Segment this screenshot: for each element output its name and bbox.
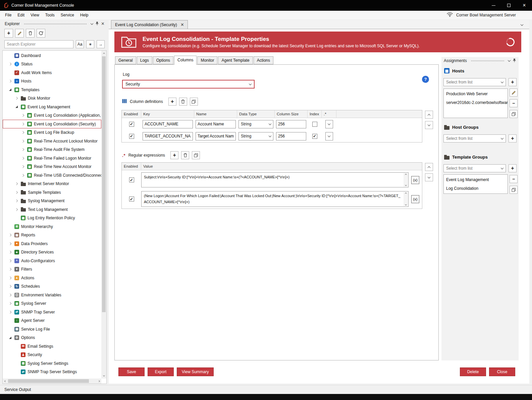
- expand-arrow-icon[interactable]: [20, 174, 25, 176]
- column-enabled-checkbox[interactable]: ✓: [129, 134, 134, 139]
- tree-item-syslog-server-settings[interactable]: ▣Syslog Server Settings: [3, 359, 101, 368]
- wildcard-button[interactable]: ∗: [86, 40, 94, 48]
- tree-item-status[interactable]: iStatus: [3, 60, 101, 69]
- tree-item-event-log-file-backup[interactable]: ▣Event Log File Backup: [3, 128, 101, 137]
- expand-arrow-icon[interactable]: [20, 157, 25, 159]
- expand-arrow-icon[interactable]: [8, 302, 12, 304]
- expand-arrow-icon[interactable]: [8, 243, 12, 245]
- regex-value-box[interactable]: Subject:\r\n\s+Security ID:[^\r\n]+\r\n\…: [141, 172, 409, 187]
- tree-item-syslog-server[interactable]: ▣Syslog Server: [3, 299, 101, 308]
- tree-item-real-time-usb-connected-disconnecte[interactable]: ▣Real-Time USB Connected/Disconnecte: [3, 171, 101, 180]
- template-group-list-item[interactable]: Log Consolidation: [444, 184, 508, 193]
- vertical-scroll-thumb[interactable]: [102, 56, 106, 312]
- scroll-down-arrow[interactable]: [101, 374, 106, 379]
- hosts-select[interactable]: Select from list: [443, 78, 506, 86]
- copy-column-button[interactable]: [190, 98, 198, 106]
- add-column-button[interactable]: [168, 98, 176, 106]
- menu-edit[interactable]: Edit: [14, 11, 28, 19]
- tree-item-audit-work-items[interactable]: ✓Audit Work Items: [3, 68, 101, 77]
- expand-arrow-icon[interactable]: [8, 268, 12, 270]
- move-up-button[interactable]: [425, 111, 433, 119]
- tree-item-monitor-hierarchy[interactable]: ⊞Monitor Hierarchy: [3, 222, 101, 231]
- maximize-button[interactable]: [501, 0, 517, 11]
- column-size-input[interactable]: [276, 120, 306, 128]
- tree-item-event-log-management[interactable]: ▣Event Log Management: [3, 103, 101, 111]
- tree-item-directory-services[interactable]: ♣Directory Services: [3, 248, 101, 257]
- host-list-item[interactable]: server2016dc-2.cornerbowlsoftware: [444, 98, 508, 107]
- column-index-checkbox[interactable]: [312, 122, 317, 127]
- column-name-input[interactable]: [196, 132, 236, 140]
- tree-item-syslog-management[interactable]: Syslog Management: [3, 197, 101, 206]
- tab-actions[interactable]: Actions: [254, 56, 273, 64]
- tree-horizontal-scrollbar[interactable]: [3, 379, 101, 384]
- regex-enabled-checkbox[interactable]: ✓: [129, 177, 134, 182]
- tree-item-hosts[interactable]: ≡Hosts: [3, 77, 101, 86]
- edit-button[interactable]: [15, 29, 24, 38]
- expand-arrow-icon[interactable]: [20, 149, 25, 151]
- delete-regex-button[interactable]: [181, 151, 189, 159]
- column-key-input[interactable]: [143, 120, 193, 128]
- tree-item-templates[interactable]: ▣Templates: [3, 85, 101, 94]
- view-summary-button[interactable]: View Summary: [177, 367, 214, 376]
- column-options-dropdown-button[interactable]: [325, 120, 333, 128]
- add-button[interactable]: [4, 29, 13, 38]
- panel-options-chevron-icon[interactable]: [508, 59, 511, 61]
- expand-arrow-icon[interactable]: [14, 200, 19, 202]
- help-icon[interactable]: ?: [422, 76, 429, 83]
- tree-item-real-time-account-lockout-monitor[interactable]: ▣Real-Time Account Lockout Monitor: [3, 137, 101, 146]
- insert-variable-button[interactable]: (x): [411, 195, 419, 203]
- remove-host-button[interactable]: [510, 99, 518, 107]
- expand-arrow-icon[interactable]: [8, 260, 12, 262]
- go-to-button[interactable]: →: [97, 40, 105, 48]
- refresh-button[interactable]: [37, 29, 45, 38]
- close-tab-icon[interactable]: [181, 22, 184, 27]
- expand-arrow-icon[interactable]: [8, 285, 12, 287]
- column-options-dropdown-button[interactable]: [325, 132, 333, 140]
- close-button[interactable]: [517, 0, 532, 11]
- tree-vertical-scrollbar[interactable]: [101, 51, 106, 379]
- tab-columns[interactable]: Columns: [174, 56, 197, 65]
- expand-arrow-icon[interactable]: [8, 80, 12, 82]
- menu-file[interactable]: File: [2, 11, 14, 19]
- column-enabled-checkbox[interactable]: ✓: [129, 122, 134, 127]
- tab-general[interactable]: General: [115, 56, 136, 64]
- add-host-button[interactable]: [509, 78, 517, 86]
- tree-item-log-entry-retention-policy[interactable]: ▣Log Entry Retention Policy: [3, 214, 101, 223]
- document-tab[interactable]: Event Log Consolidation (Security): [111, 20, 188, 29]
- expand-arrow-icon[interactable]: [14, 191, 19, 193]
- collapse-arrow-icon[interactable]: [8, 89, 12, 91]
- tree-item-filters[interactable]: ▼Filters: [3, 265, 101, 274]
- horizontal-scroll-thumb[interactable]: [8, 379, 89, 383]
- column-datatype-select[interactable]: String: [238, 120, 273, 128]
- column-datatype-select[interactable]: String: [238, 132, 273, 140]
- move-down-button[interactable]: [425, 121, 433, 129]
- tree-item-text-log-management[interactable]: Text Log Management: [3, 205, 101, 214]
- expand-arrow-icon[interactable]: [8, 311, 12, 313]
- expand-arrow-icon[interactable]: [14, 97, 19, 99]
- tree-item-reports[interactable]: ▤Reports: [3, 231, 101, 240]
- expand-arrow-icon[interactable]: [8, 294, 12, 296]
- panel-options-chevron-icon[interactable]: [90, 22, 93, 24]
- export-button[interactable]: Export: [148, 367, 174, 376]
- menu-tools[interactable]: Tools: [42, 11, 58, 19]
- tree-item-schedules[interactable]: ↻Schedules: [3, 282, 101, 291]
- tree-item-event-log-consolidation-security[interactable]: ▣Event Log Consolidation (Security): [3, 120, 101, 128]
- scroll-up-arrow[interactable]: [101, 51, 106, 56]
- host-list-item[interactable]: Production Web Server: [444, 90, 508, 98]
- tree-item-email-settings[interactable]: ✉Email Settings: [3, 342, 101, 351]
- delete-template-button[interactable]: Delete: [460, 367, 486, 376]
- copy-host-button[interactable]: [510, 110, 518, 118]
- expand-arrow-icon[interactable]: [20, 166, 25, 168]
- close-template-button[interactable]: Close: [489, 367, 515, 376]
- tree-item-data-providers[interactable]: ●Data Providers: [3, 239, 101, 248]
- column-size-input[interactable]: [276, 132, 306, 140]
- template-groups-select[interactable]: Select from list: [443, 164, 506, 172]
- tree-item-auto-configurators[interactable]: +Auto-Configurators: [3, 256, 101, 265]
- expand-arrow-icon[interactable]: [20, 123, 25, 125]
- remove-template-group-button[interactable]: [510, 175, 518, 183]
- expand-arrow-icon[interactable]: [8, 234, 12, 236]
- expand-arrow-icon[interactable]: [14, 183, 19, 185]
- copy-regex-button[interactable]: [192, 151, 200, 159]
- tree-item-options[interactable]: ⚙Options: [3, 334, 101, 342]
- tree-item-event-log-consolidation-application-s[interactable]: ▣Event Log Consolidation (Application, S: [3, 111, 101, 120]
